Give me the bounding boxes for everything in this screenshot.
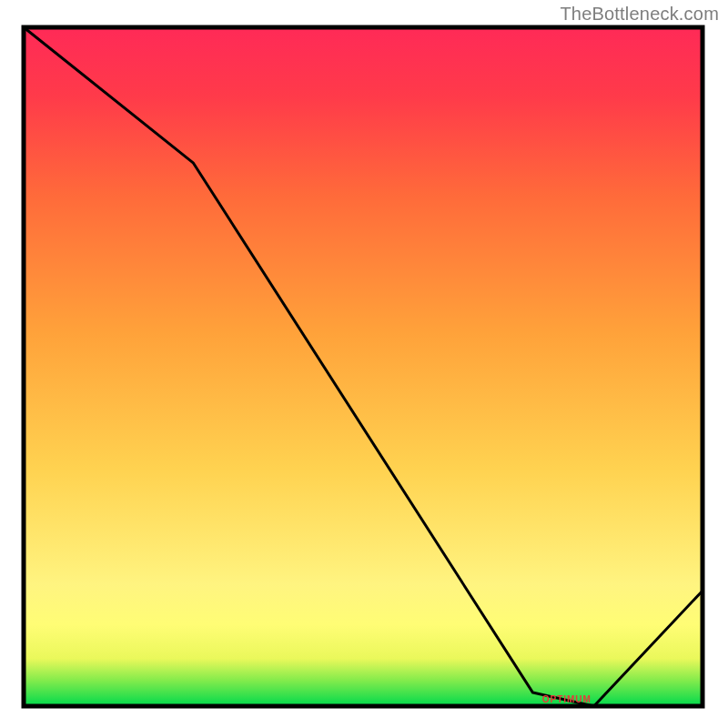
- gradient-background: [24, 27, 703, 706]
- optimum-label: OPTIMUM: [542, 694, 592, 704]
- chart-stage: TheBottleneck.com OPTIMUM: [0, 0, 728, 728]
- bottleneck-chart: OPTIMUM: [0, 0, 728, 728]
